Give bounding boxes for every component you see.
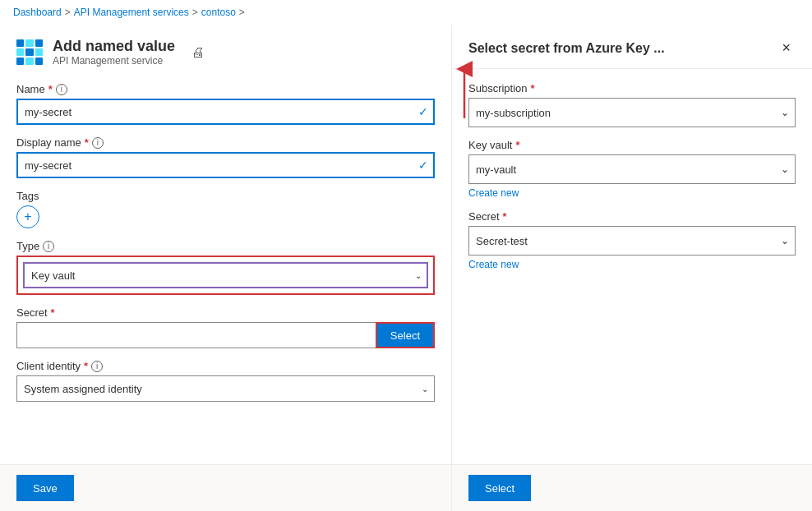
left-panel: Add named value API Management service 🖨… <box>0 25 452 511</box>
page-title-block: Add named value API Management service <box>53 38 175 67</box>
key-vault-label: Key vault * <box>468 139 796 151</box>
breadcrumb-dashboard[interactable]: Dashboard <box>13 7 62 18</box>
main-container: Add named value API Management service 🖨… <box>0 25 812 511</box>
right-secret-select-wrapper: Secret-test ⌄ <box>468 226 796 256</box>
name-field-group: Name * i ✓ <box>16 83 435 125</box>
secret-label: Secret * <box>16 306 435 319</box>
right-panel-header: Select secret from Azure Key ... × <box>452 25 812 69</box>
name-input-wrapper: ✓ <box>16 99 435 125</box>
secret-input[interactable] <box>16 322 376 348</box>
key-vault-field-group: Key vault * my-vault ⌄ Create new <box>468 139 796 199</box>
secret-field-group: Secret * Select <box>16 306 435 348</box>
right-panel-content: Subscription * my-subscription ⌄ Key vau… <box>452 69 812 464</box>
display-name-label: Display name * i <box>16 136 435 149</box>
right-panel: Select secret from Azure Key ... × Subsc… <box>452 25 812 511</box>
tags-field-group: Tags + <box>16 190 435 228</box>
secret-field-row: Select <box>16 322 435 348</box>
breadcrumb-contoso[interactable]: contoso <box>201 7 236 18</box>
display-name-info-icon[interactable]: i <box>92 137 104 149</box>
client-identity-select[interactable]: System assigned identity <box>16 375 435 402</box>
client-identity-field-group: Client identity * i System assigned iden… <box>16 360 435 402</box>
close-button[interactable]: × <box>777 38 796 58</box>
type-field-highlight: Key vault Plain Secret ⌄ <box>16 256 435 295</box>
name-check-icon: ✓ <box>418 105 428 118</box>
right-select-button[interactable]: Select <box>468 475 531 501</box>
client-identity-select-wrapper: System assigned identity ⌄ <box>16 375 435 402</box>
client-identity-label: Client identity * i <box>16 360 435 372</box>
type-select[interactable]: Key vault Plain Secret <box>23 262 428 288</box>
type-label: Type i <box>16 240 435 252</box>
breadcrumb-sep1: > <box>65 7 71 18</box>
right-secret-label: Secret * <box>468 210 796 223</box>
subscription-label: Subscription * <box>468 82 796 94</box>
breadcrumb-sep3: > <box>239 7 245 18</box>
secret-required: * <box>51 306 55 319</box>
tags-add-button[interactable]: + <box>16 205 39 228</box>
left-footer: Save <box>0 464 451 511</box>
right-secret-select[interactable]: Secret-test <box>468 226 796 256</box>
page-title: Add named value <box>53 38 175 55</box>
key-vault-select-wrapper: my-vault ⌄ <box>468 154 796 184</box>
display-name-check-icon: ✓ <box>418 159 428 172</box>
name-input[interactable] <box>16 99 435 125</box>
right-secret-field-group: Secret * Secret-test ⌄ Create new <box>468 210 796 270</box>
display-name-input-wrapper: ✓ <box>16 152 435 178</box>
breadcrumb: Dashboard > API Management services > co… <box>0 0 812 25</box>
left-content: Add named value API Management service 🖨… <box>0 25 451 464</box>
right-footer: Select <box>452 464 812 511</box>
display-name-input[interactable] <box>16 152 435 178</box>
type-field-group: Type i Key vault Plain Secret ⌄ <box>16 240 435 295</box>
right-panel-title: Select secret from Azure Key ... <box>468 41 665 56</box>
name-label: Name * i <box>16 83 435 95</box>
page-header: Add named value API Management service 🖨 <box>16 38 435 67</box>
save-button[interactable]: Save <box>16 475 74 501</box>
display-name-field-group: Display name * i ✓ <box>16 136 435 178</box>
breadcrumb-sep2: > <box>192 7 198 18</box>
breadcrumb-api-mgmt[interactable]: API Management services <box>74 7 189 18</box>
page-subtitle: API Management service <box>53 55 175 67</box>
subscription-select[interactable]: my-subscription <box>468 98 796 127</box>
client-identity-info-icon[interactable]: i <box>91 361 103 372</box>
secret-create-new-link[interactable]: Create new <box>468 259 519 270</box>
type-info-icon[interactable]: i <box>43 241 54 252</box>
name-required: * <box>48 83 53 95</box>
right-secret-required: * <box>503 210 507 223</box>
client-identity-required: * <box>84 360 88 372</box>
subscription-field-group: Subscription * my-subscription ⌄ <box>468 82 796 127</box>
tags-label: Tags <box>16 190 435 202</box>
key-vault-required: * <box>515 139 519 151</box>
print-icon[interactable]: 🖨 <box>191 45 205 60</box>
page-icon <box>16 39 43 66</box>
subscription-select-wrapper: my-subscription ⌄ <box>468 98 796 127</box>
key-vault-select[interactable]: my-vault <box>468 154 796 184</box>
type-select-wrapper: Key vault Plain Secret ⌄ <box>23 262 428 288</box>
key-vault-create-new-link[interactable]: Create new <box>468 187 519 199</box>
name-info-icon[interactable]: i <box>56 84 67 95</box>
secret-select-button[interactable]: Select <box>376 322 435 348</box>
display-name-required: * <box>85 136 89 149</box>
subscription-required: * <box>531 82 535 94</box>
